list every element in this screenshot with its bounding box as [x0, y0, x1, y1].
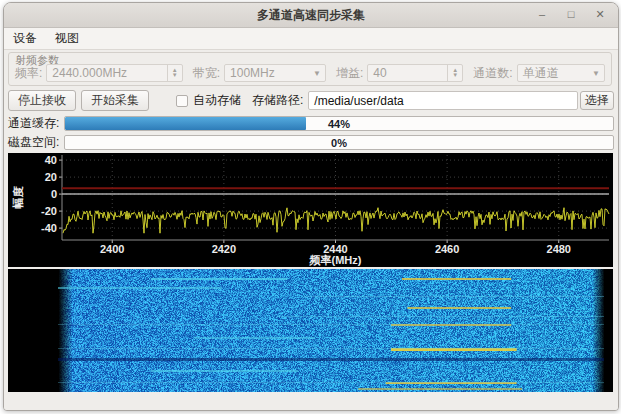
svg-text:-20: -20 — [41, 205, 57, 217]
frequency-label: 频率: — [15, 65, 42, 82]
channels-label: 通道数: — [473, 65, 512, 82]
minimize-icon[interactable]: – — [534, 7, 550, 23]
svg-text:2460: 2460 — [435, 243, 459, 255]
svg-text:0: 0 — [51, 188, 57, 200]
waterfall-plot — [8, 269, 613, 392]
rf-params-row: 频率: 2440.000MHz ▲ ▼ 带宽: 100MHz ▼ 增益: — [15, 64, 605, 82]
channels-value: 单通道 — [518, 65, 588, 82]
channels-combo[interactable]: 单通道 ▼ — [517, 64, 605, 82]
svg-text:2400: 2400 — [100, 243, 124, 255]
auto-store-checkbox[interactable] — [176, 95, 188, 107]
combo-arrow-icon[interactable]: ▼ — [588, 69, 604, 78]
menubar: 设备 视图 — [4, 28, 618, 50]
window-controls: – □ ✕ — [534, 3, 608, 27]
svg-text:2420: 2420 — [212, 243, 236, 255]
gain-spinbox[interactable]: 40 ▲ ▼ — [367, 64, 463, 82]
channel-buffer-progressbar: 44% — [64, 116, 614, 131]
start-acquire-button[interactable]: 开始采集 — [81, 90, 149, 111]
menu-item-device[interactable]: 设备 — [4, 28, 46, 49]
disk-space-row: 磁盘空间: 0% — [8, 134, 614, 150]
app-window: 多通道高速同步采集 – □ ✕ 设备 视图 射频参数 频率: 2440.000M… — [3, 2, 619, 411]
gain-label: 增益: — [336, 65, 363, 82]
bandwidth-combo[interactable]: 100MHz ▼ — [224, 64, 326, 82]
frequency-value: 2440.000MHz — [47, 66, 166, 80]
svg-text:幅度: 幅度 — [12, 186, 24, 210]
channel-buffer-row: 通道缓存: 44% — [8, 115, 614, 131]
spin-down-icon[interactable]: ▼ — [172, 73, 178, 78]
bandwidth-value: 100MHz — [225, 66, 309, 80]
window-title: 多通道高速同步采集 — [4, 7, 618, 24]
menu-item-view[interactable]: 视图 — [46, 28, 88, 49]
storage-path-label: 存储路径: — [252, 92, 303, 109]
disk-space-progressbar: 0% — [64, 135, 614, 150]
gain-value: 40 — [368, 66, 447, 80]
waterfall-canvas — [8, 269, 613, 392]
svg-text:2480: 2480 — [547, 243, 571, 255]
rf-params-group: 射频参数 频率: 2440.000MHz ▲ ▼ 带宽: 100MHz ▼ 增 — [8, 52, 612, 86]
storage-path-input[interactable]: /media/user/data — [308, 91, 578, 110]
select-path-button[interactable]: 选择 — [580, 91, 614, 110]
auto-store-label: 自动存储 — [193, 92, 241, 109]
combo-arrow-icon[interactable]: ▼ — [309, 69, 325, 78]
channel-buffer-percent: 44% — [65, 117, 613, 131]
svg-text:20: 20 — [45, 171, 57, 183]
disk-space-percent: 0% — [65, 136, 613, 150]
frequency-spinner[interactable]: ▲ ▼ — [167, 65, 182, 81]
bandwidth-label: 带宽: — [193, 65, 220, 82]
close-icon[interactable]: ✕ — [592, 7, 608, 23]
acquisition-controls-row: 停止接收 开始采集 自动存储 存储路径: /media/user/data 选择 — [8, 90, 614, 111]
disk-space-label: 磁盘空间: — [8, 134, 64, 151]
svg-text:频率(MHz): 频率(MHz) — [309, 254, 362, 266]
svg-text:40: 40 — [45, 154, 57, 166]
maximize-icon[interactable]: □ — [563, 7, 579, 23]
titlebar[interactable]: 多通道高速同步采集 – □ ✕ — [4, 3, 618, 28]
spectrum-plot: 2400242024402460248040200-20-40频率(MHz)幅度 — [8, 153, 613, 267]
main-content: 射频参数 频率: 2440.000MHz ▲ ▼ 带宽: 100MHz ▼ 增 — [4, 50, 618, 411]
spectrum-svg: 2400242024402460248040200-20-40频率(MHz)幅度 — [8, 153, 613, 267]
gain-spinner[interactable]: ▲ ▼ — [447, 65, 462, 81]
spin-down-icon[interactable]: ▼ — [452, 73, 458, 78]
channel-buffer-label: 通道缓存: — [8, 115, 64, 132]
stop-receive-button[interactable]: 停止接收 — [8, 90, 76, 111]
frequency-spinbox[interactable]: 2440.000MHz ▲ ▼ — [46, 64, 182, 82]
svg-text:-40: -40 — [41, 222, 57, 234]
